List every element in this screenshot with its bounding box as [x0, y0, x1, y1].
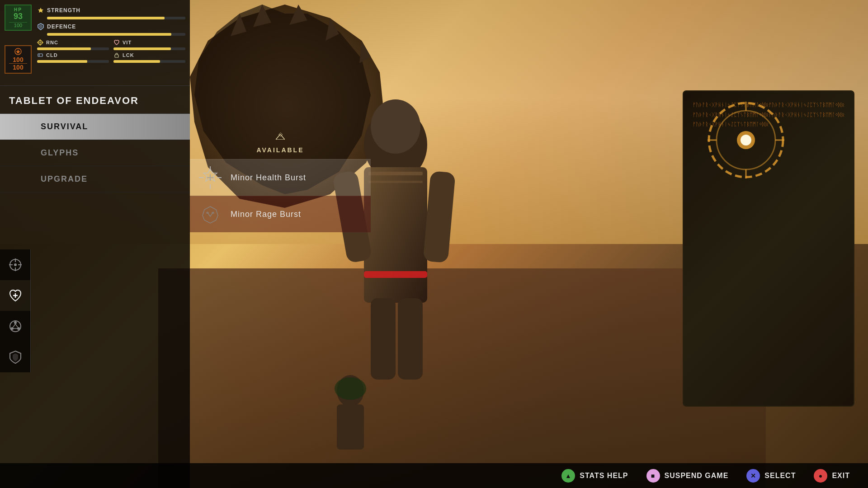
menu-items: SURVIVAL GLYPHS UPGRADE [0, 114, 190, 488]
triangle-button[interactable]: ▲ [561, 469, 575, 483]
strength-icon [37, 7, 44, 14]
rage-burst-icon [199, 203, 222, 225]
exit-label: EXIT [832, 472, 850, 480]
available-panel: AVAILABLE Minor Health Burst [190, 129, 371, 232]
svg-rect-16 [368, 181, 423, 183]
svg-point-39 [14, 263, 17, 266]
svg-rect-15 [368, 172, 423, 175]
svg-point-43 [14, 321, 17, 324]
defence-label: DEFENCE [47, 23, 76, 30]
vit-bar [113, 47, 171, 50]
skill-item-minor-health-burst[interactable]: Minor Health Burst [190, 159, 371, 196]
cld-icon [37, 52, 43, 58]
hp-max: 100 [9, 22, 27, 28]
square-button[interactable]: ■ [646, 469, 660, 483]
vit-icon [113, 39, 120, 46]
svg-point-58 [212, 212, 214, 214]
vit-label: VIT [123, 40, 132, 45]
svg-point-9 [371, 99, 420, 154]
health-burst-icon [199, 166, 222, 189]
cld-bar [37, 60, 87, 63]
menu-item-survival[interactable]: SURVIVAL [0, 114, 190, 140]
rage-value2: 100 [9, 63, 27, 71]
nav-icon-health[interactable] [0, 280, 31, 311]
strength-label: STRENGTH [47, 7, 80, 14]
cross-button[interactable]: ✕ [746, 469, 760, 483]
svg-rect-12 [371, 298, 396, 380]
bottom-bar: ▲ STATS HELP ■ SUSPEND GAME ✕ SELECT ● E… [0, 463, 868, 488]
stats-panel: HP 93 100 100 100 [0, 0, 190, 86]
available-label: AVAILABLE [195, 146, 365, 154]
sidebar: HP 93 100 100 100 [0, 0, 190, 488]
lck-label: LCK [123, 52, 134, 58]
select-action[interactable]: ✕ SELECT [746, 469, 796, 483]
nav-icon-glyphs[interactable] [0, 311, 31, 342]
strength-bar [47, 17, 165, 19]
stats-help-action[interactable]: ▲ STATS HELP [561, 469, 628, 483]
stats-help-label: STATS HELP [580, 472, 628, 480]
svg-rect-13 [398, 298, 423, 380]
rnc-icon [37, 39, 43, 46]
svg-marker-49 [276, 134, 285, 140]
svg-rect-8 [364, 167, 427, 303]
circle-button[interactable]: ● [814, 469, 827, 483]
svg-point-23 [741, 135, 751, 145]
svg-rect-33 [115, 55, 118, 57]
cld-label: CLD [46, 52, 58, 58]
defence-bar [47, 33, 171, 36]
rage-box: 100 100 [5, 45, 32, 74]
suspend-game-action[interactable]: ■ SUSPEND GAME [646, 469, 729, 483]
nav-icon-crosshair[interactable] [0, 249, 31, 280]
nav-icon-shield[interactable] [0, 342, 31, 372]
lck-icon [113, 52, 120, 58]
svg-rect-18 [337, 404, 364, 450]
rage-value1: 100 [9, 56, 27, 63]
svg-rect-31 [38, 54, 42, 56]
rnc-bar [37, 47, 91, 50]
menu-item-glyphs[interactable]: GLYPHS [0, 140, 190, 166]
defence-icon [37, 23, 44, 30]
tablet-title: TABLET OF ENDEAVOR [0, 86, 190, 114]
svg-line-47 [13, 324, 15, 327]
svg-line-46 [15, 324, 18, 327]
available-header: AVAILABLE [190, 129, 371, 159]
exit-action[interactable]: ● EXIT [814, 469, 850, 483]
lck-bar [113, 60, 160, 63]
svg-rect-14 [364, 271, 427, 278]
hp-value: 93 [9, 12, 27, 21]
nav-icons [0, 249, 31, 372]
svg-point-57 [206, 212, 209, 214]
suspend-game-label: SUSPEND GAME [665, 472, 729, 480]
minor-health-burst-label: Minor Health Burst [231, 173, 306, 183]
hp-box: HP 93 100 [5, 5, 32, 31]
select-label: SELECT [764, 472, 796, 480]
skill-item-minor-rage-burst[interactable]: Minor Rage Burst [190, 196, 371, 232]
svg-rect-11 [423, 171, 456, 263]
menu-item-upgrade[interactable]: UPGRADE [0, 166, 190, 192]
minor-rage-burst-label: Minor Rage Burst [231, 210, 301, 219]
rnc-label: RNC [46, 40, 58, 45]
